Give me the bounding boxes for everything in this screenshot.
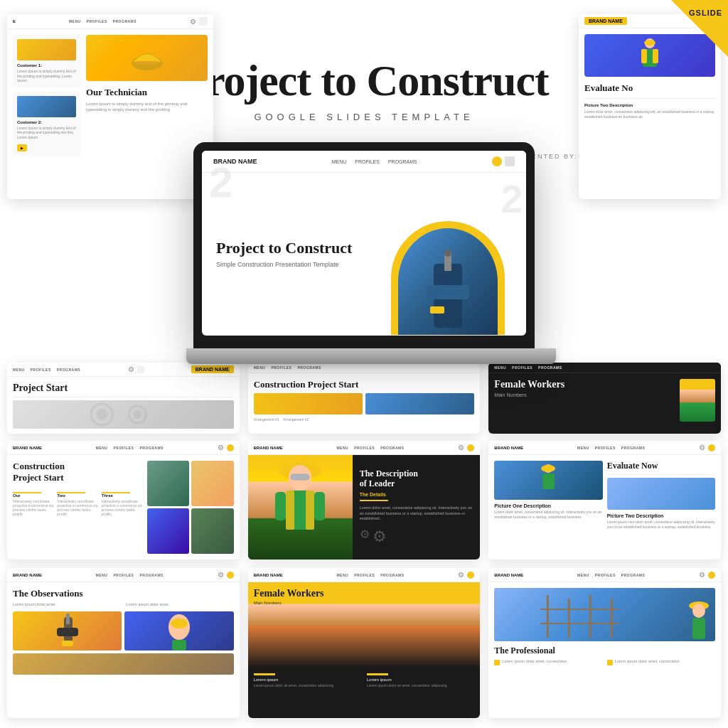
subtitle: GOOGLE SLIDES TEMPLATE: [254, 112, 473, 122]
observations-body-row: Lorem ipsum dolor amet. Lorem ipsum dolo…: [13, 602, 234, 607]
collage-img-3: [147, 508, 189, 554]
svg-point-21: [96, 409, 107, 420]
svg-rect-51: [692, 618, 705, 639]
yellow-icon-pro-2: [607, 660, 613, 665]
professional-photo: [494, 588, 715, 641]
evaluate-right-title: Evaluate No: [584, 82, 715, 94]
svg-rect-16: [644, 40, 655, 46]
gear-icon-pro: ⚙: [699, 571, 705, 579]
gear-icon: ⚙: [190, 18, 196, 26]
gear-icon-const-bottom: ⚙: [218, 444, 224, 451]
leader-yellow-rule: [360, 500, 388, 501]
female-workers-bottom-nav-items: MENU PROFILES PROGRAMS: [336, 573, 404, 577]
professional-nav: BRAND NAME MENU PROFILES PROGRAMS ⚙: [488, 568, 721, 582]
yellow-dot-pro: [708, 572, 715, 579]
collage-img-4: [191, 508, 233, 554]
laptop-slide-right: 2 1: [384, 173, 526, 335]
const-bottom-toc: Our Interactively coordinate proactive e…: [13, 489, 143, 516]
laptop-slide-header: BRAND NAME MENU PROFILES PROGRAMS: [202, 151, 526, 173]
pro-body-1: Lorem ipsum dolor amet, consectetur.: [494, 659, 602, 665]
leader-title: The Description of Leader: [360, 469, 473, 489]
gear-icon-obs: ⚙: [218, 571, 224, 579]
svg-rect-33: [541, 465, 555, 472]
svg-rect-37: [66, 614, 70, 624]
fw-stat-2-text: Lorem ipsum dolor sit amet, consectetur …: [367, 683, 474, 687]
laptop-slide-subtitle: Simple Construction Presentation Templat…: [216, 261, 370, 268]
customer-2-card: Customer 2: Lorem Ipsum is simply dummy …: [13, 92, 80, 157]
svg-point-23: [133, 410, 141, 419]
obs-img-3: [13, 653, 234, 675]
evaluate-partial-brand: BRAND NAME: [584, 17, 627, 25]
svg-rect-26: [291, 474, 309, 480]
gear-deco-1: ⚙: [360, 528, 370, 546]
professional-content: The Professional Lorem ipsum dolor amet,…: [488, 582, 721, 718]
customer-2-label: Customer 2:: [17, 120, 76, 124]
leader-portrait: [248, 455, 353, 560]
professional-title: The Professional: [494, 646, 715, 656]
fw-stat-1-label: Lorem ipsum: [254, 678, 361, 682]
svg-rect-14: [136, 61, 158, 64]
female-workers-bottom-title: Female Workers: [254, 588, 324, 599]
construction-mid-content: Construction Project Start Arrangement #…: [248, 373, 481, 434]
slide-female-workers-bottom: BRAND NAME MENU PROFILES PROGRAMS ⚙ Fema…: [248, 568, 481, 718]
eval-picture-one-label: Picture One Description: [494, 503, 602, 508]
technician-brand-left: E: [13, 19, 16, 23]
laptop-nav-profiles: PROFILES: [355, 159, 380, 164]
yellow-dot-obs: [227, 572, 234, 579]
eval-photo-2: [607, 478, 715, 510]
laptop-slide-left: 2 Project to Construct Simple Constructi…: [202, 173, 384, 335]
technician-body: Lorem Ipsum is simply dummy text of the …: [86, 101, 208, 113]
laptop-grid-icon: [505, 156, 515, 166]
svg-rect-18: [641, 49, 647, 63]
laptop-nav-programs: PROGRAMS: [388, 159, 417, 164]
laptop-mockup: BRAND NAME MENU PROFILES PROGRAMS 2 Proj…: [186, 142, 542, 370]
female-workers-subtitle: Main Numbers: [494, 392, 675, 397]
observations-body-2: Lorem ipsum dolor amet.: [126, 602, 233, 607]
professional-brand: BRAND NAME: [494, 573, 523, 577]
svg-rect-40: [171, 619, 188, 628]
yellow-dot-eval: [708, 444, 715, 451]
yellow-dot-icon: [227, 444, 234, 451]
toc-col-2-text: Interactively coordinate proactive e-com…: [57, 499, 98, 516]
professional-body-row: Lorem ipsum dolor amet, consectetur. Lor…: [494, 659, 715, 665]
customer-2-image: [17, 96, 76, 117]
evaluate-now-right: Evaluate Now Picture Two Description Lor…: [607, 461, 715, 554]
const-bottom-nav: BRAND NAME MENU PROFILES PROGRAMS ⚙: [7, 441, 240, 455]
svg-rect-29: [306, 491, 314, 530]
leader-nav-items: MENU PROFILES PROGRAMS: [336, 446, 404, 450]
observations-body-1: Lorem ipsum dolor amet.: [13, 602, 120, 607]
technician-title: Our Technician: [86, 87, 208, 98]
slide-our-technician: E MENU PROFILES PROGRAMS ⚙ Customer 1: L…: [7, 14, 213, 199]
female-workers-text: Female Workers Main Numbers: [494, 379, 675, 428]
number-deco-2: 2: [209, 158, 232, 207]
slide-description-of-leader: BRAND NAME MENU PROFILES PROGRAMS ⚙: [248, 441, 481, 560]
technician-right-col: Our Technician Lorem Ipsum is simply dum…: [86, 35, 208, 156]
svg-rect-9: [427, 285, 469, 299]
fw-stat-1-bar: [254, 673, 275, 675]
toc-col-3-title: Three: [102, 493, 143, 498]
toc-col-3: Three Interactively coordinate proactive…: [102, 489, 143, 516]
eval-photo-1: [494, 461, 602, 500]
gear-icon-proj: ⚙: [128, 365, 134, 373]
female-workers-bottom-stats: Lorem ipsum Lorem ipsum dolor sit amet, …: [248, 668, 481, 718]
svg-rect-28: [286, 491, 294, 530]
const-bottom-nav-items: MENU PROFILES PROGRAMS: [96, 446, 164, 450]
leader-dark-content: The Description of Leader The Details Lo…: [248, 455, 481, 560]
technician-content: Customer 1: Lorem Ipsum is simply dummy …: [7, 29, 213, 162]
professional-body-2: Lorem ipsum dolor amet, consectetur.: [615, 659, 680, 664]
laptop-slide-title: Project to Construct: [216, 240, 370, 257]
construction-mid-title: Construction Project Start: [254, 379, 475, 390]
svg-rect-19: [653, 49, 658, 63]
female-workers-bottom-content: Female Workers Main Numbers Lorem ipsum …: [248, 582, 481, 718]
divider: [584, 98, 715, 99]
customer-2-btn[interactable]: ▶: [17, 144, 27, 151]
laptop-gear-icon: [492, 156, 502, 166]
leader-gear-icons: ⚙ ⚙: [360, 528, 473, 546]
picture-two-label: Picture Two Description: [584, 103, 715, 107]
svg-point-50: [692, 604, 705, 618]
slide-female-workers-header: MENU PROFILES PROGRAMS Female Workers Ma…: [488, 363, 721, 434]
female-workers-bottom-brand: BRAND NAME: [254, 573, 283, 577]
technician-left-col: Customer 1: Lorem Ipsum is simply dummy …: [13, 35, 80, 156]
evaluate-now-content: Picture One Description Lorem-dolor amet…: [488, 455, 721, 560]
evaluate-now-left: Picture One Description Lorem-dolor amet…: [494, 461, 602, 554]
